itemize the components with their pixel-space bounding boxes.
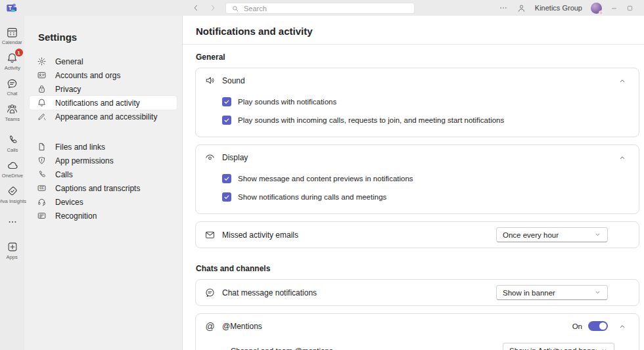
viva-insights-icon — [6, 185, 19, 198]
teams-logo — [6, 2, 18, 14]
rail-item-more[interactable] — [0, 213, 24, 232]
display-card: Display Show message and content preview… — [195, 144, 639, 214]
people-icon[interactable] — [517, 3, 526, 13]
sound-card: Sound Play sounds with notifications — [195, 68, 639, 137]
rail-item-onedrive[interactable]: OneDrive — [0, 156, 24, 182]
activity-badge: 1 — [15, 49, 23, 56]
more-options-icon[interactable] — [499, 3, 508, 12]
sidebar-item-accounts-and-orgs[interactable]: Accounts and orgs — [30, 68, 177, 82]
play-sounds-calls-row: Play sounds with incoming calls, request… — [196, 111, 639, 129]
search-bar[interactable] — [225, 3, 415, 14]
play-sounds-notifications-row: Play sounds with notifications — [196, 93, 639, 111]
sidebar-item-general[interactable]: General — [30, 55, 177, 68]
sidebar-item-captions-and-transcripts[interactable]: CC Captions and transcripts — [30, 181, 177, 195]
teams-window: Kinetics Group Calendar 1 — [0, 0, 644, 350]
chat-bubble-icon — [204, 287, 216, 298]
recognition-icon — [36, 211, 47, 221]
missed-activity-emails-dropdown[interactable]: Once every hour — [496, 227, 608, 242]
sound-card-header[interactable]: Sound — [196, 68, 639, 93]
nav-forward-button[interactable] — [208, 3, 218, 13]
sidebar-item-notifications-and-activity[interactable]: Notifications and activity — [30, 96, 177, 110]
rail-item-chat[interactable]: Chat — [0, 74, 24, 100]
display-collapse-button[interactable] — [614, 150, 630, 165]
settings-content: Notifications and activity General Sound — [183, 16, 644, 350]
play-sounds-notifications-checkbox[interactable] — [222, 97, 231, 106]
settings-scroll-area[interactable]: General Sound — [183, 45, 644, 350]
maximize-button[interactable] — [626, 5, 633, 12]
rail-item-calls[interactable]: Calls — [0, 131, 24, 156]
show-during-calls-row: Show notifications during calls and meet… — [196, 188, 639, 206]
mentions-collapse-button[interactable] — [614, 318, 630, 334]
chat-message-notifications-card: Chat message notifications Show in banne… — [195, 279, 639, 306]
mentions-toggle[interactable] — [588, 321, 608, 331]
shield-icon — [36, 156, 47, 166]
mentions-card: @ @Mentions On Channel and team @mention… — [195, 313, 639, 350]
search-input[interactable] — [244, 5, 409, 12]
presence-status-dot — [599, 11, 603, 15]
section-heading-general: General — [196, 53, 639, 62]
closed-captions-icon: CC — [36, 183, 47, 194]
settings-sidebar: Settings General Accounts and orgs — [24, 16, 183, 350]
sidebar-item-files-and-links[interactable]: Files and links — [30, 140, 177, 154]
minimize-button[interactable] — [610, 5, 618, 12]
rail-item-viva-insights[interactable]: Viva Insights — [0, 182, 24, 208]
activity-bell-icon: 1 — [6, 51, 19, 64]
rail-item-apps[interactable]: Apps — [0, 238, 24, 263]
chat-message-notifications-dropdown[interactable]: Show in banner — [496, 285, 608, 300]
bell-icon — [36, 98, 47, 108]
chevron-down-icon — [594, 231, 601, 238]
sound-card-title: Sound — [222, 76, 608, 85]
missed-activity-emails-title: Missed activity emails — [222, 230, 490, 240]
avatar[interactable] — [591, 3, 602, 14]
mentions-toggle-state: On — [572, 322, 582, 330]
chat-icon — [6, 77, 19, 90]
display-card-header[interactable]: Display — [196, 145, 639, 169]
pen-icon — [36, 112, 47, 122]
sidebar-item-calls[interactable]: Calls — [30, 167, 177, 181]
chat-message-notifications-title: Chat message notifications — [222, 288, 490, 297]
titlebar: Kinetics Group — [0, 0, 644, 16]
speaker-icon — [204, 75, 216, 86]
envelope-icon — [204, 229, 216, 240]
sound-collapse-button[interactable] — [614, 73, 630, 89]
calls-phone-icon — [6, 133, 19, 146]
sidebar-item-appearance-and-accessibility[interactable]: Appearance and accessibility — [30, 110, 177, 123]
display-card-title: Display — [222, 153, 608, 162]
missed-activity-emails-card: Missed activity emails Once every hour — [195, 221, 639, 248]
app-rail: Calendar 1 Activity Chat Teams — [0, 16, 24, 350]
onedrive-cloud-icon — [6, 159, 19, 172]
sidebar-item-devices[interactable]: Devices — [30, 195, 177, 209]
sidebar-item-app-permissions[interactable]: App permissions — [30, 154, 177, 167]
play-sounds-calls-checkbox[interactable] — [222, 116, 231, 125]
chevron-down-icon — [594, 289, 601, 296]
show-during-calls-checkbox[interactable] — [222, 192, 231, 202]
headset-icon — [36, 197, 47, 208]
mentions-card-title: @Mentions — [222, 322, 566, 331]
mentions-card-header[interactable]: @ @Mentions On — [196, 314, 639, 338]
rail-item-calendar[interactable]: Calendar — [0, 23, 24, 49]
lock-icon — [36, 84, 47, 95]
section-heading-chats: Chats and channels — [196, 264, 639, 273]
page-title: Notifications and activity — [196, 26, 631, 37]
gear-icon — [36, 56, 47, 67]
show-previews-row: Show message and content previews in not… — [196, 169, 639, 188]
calendar-icon — [6, 26, 19, 39]
sidebar-item-recognition[interactable]: Recognition — [30, 209, 177, 223]
rail-item-teams[interactable]: Teams — [0, 100, 24, 125]
more-apps-icon — [6, 215, 19, 229]
search-icon — [231, 5, 239, 12]
sidebar-item-privacy[interactable]: Privacy — [30, 82, 177, 96]
document-icon — [36, 142, 47, 152]
svg-text:CC: CC — [39, 186, 44, 190]
channel-team-mentions-dropdown[interactable]: Show in Activity and banner — [503, 343, 614, 350]
eye-icon — [204, 152, 216, 163]
phone-icon — [36, 169, 47, 180]
rail-item-activity[interactable]: 1 Activity — [0, 49, 24, 74]
id-card-icon — [36, 70, 47, 81]
account-name[interactable]: Kinetics Group — [535, 4, 582, 12]
channel-team-mentions-row: Channel and team @mentions Show in Activ… — [196, 338, 639, 350]
show-previews-checkbox[interactable] — [222, 174, 231, 183]
chevron-down-icon — [601, 347, 608, 350]
nav-back-button[interactable] — [191, 3, 201, 13]
teams-people-icon — [6, 102, 19, 116]
